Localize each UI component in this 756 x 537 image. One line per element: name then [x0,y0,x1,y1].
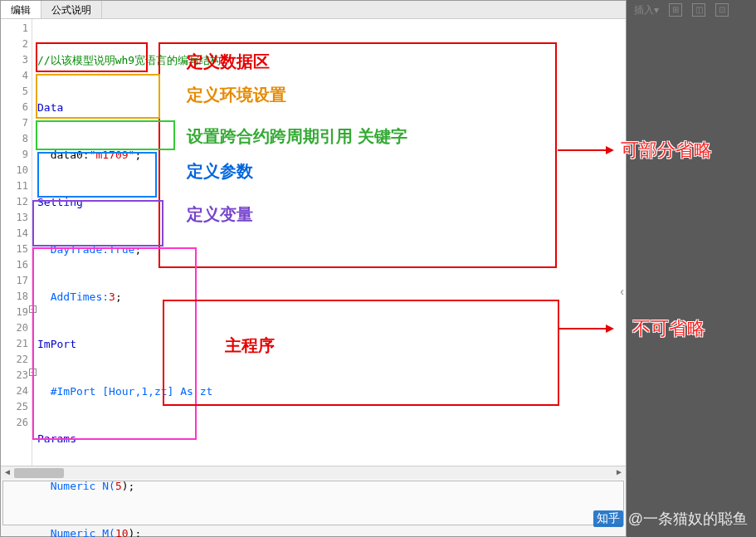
arrow-required [558,328,607,330]
chart-icon: ⊞ [669,3,682,17]
zhihu-icon: 知乎 [593,510,623,527]
line-gutter: 1 2 3 4 5 6 7 8 9 10 11 12 13 14 15 16 1… [1,19,32,466]
scroll-thumb[interactable] [14,468,64,478]
label-optional: 可部分省略 [621,138,712,163]
label-required: 不可省略 [632,316,705,341]
arrow-optional [558,149,607,151]
insert-menu[interactable]: 插入▾ [631,2,662,19]
watermark-author: @一条猫奴的聪鱼 [628,509,748,529]
tab-formula[interactable]: 公式说明 [41,1,102,18]
editor-window: 编辑 公式说明 1 2 3 4 5 6 7 8 9 10 11 12 13 14… [0,0,627,537]
image-icon: ◫ [692,3,705,17]
toolbar-btn-3[interactable]: ⊡ [712,2,732,19]
tab-edit[interactable]: 编辑 [1,1,41,18]
scroll-left-icon[interactable]: ◄ [2,467,13,479]
code-content[interactable]: //以该模型说明wh9宽语言的编写结构 Data data0:"m1709"; … [32,19,626,466]
code-editor[interactable]: 1 2 3 4 5 6 7 8 9 10 11 12 13 14 15 16 1… [1,19,626,466]
link-icon: ⊡ [715,3,729,17]
scroll-right-icon[interactable]: ► [613,467,625,479]
toolbar-btn-2[interactable]: ◫ [689,2,709,19]
watermark: 知乎 @一条猫奴的聪鱼 [593,509,748,529]
toolbar-btn-1[interactable]: ⊞ [666,2,685,19]
insert-toolbar: 插入▾ ⊞ ◫ ⊡ [631,2,732,19]
scroll-right-icon[interactable]: ‹ [620,285,624,298]
tab-bar: 编辑 公式说明 [1,1,626,19]
horizontal-scrollbar[interactable]: ◄ ► [1,466,626,479]
